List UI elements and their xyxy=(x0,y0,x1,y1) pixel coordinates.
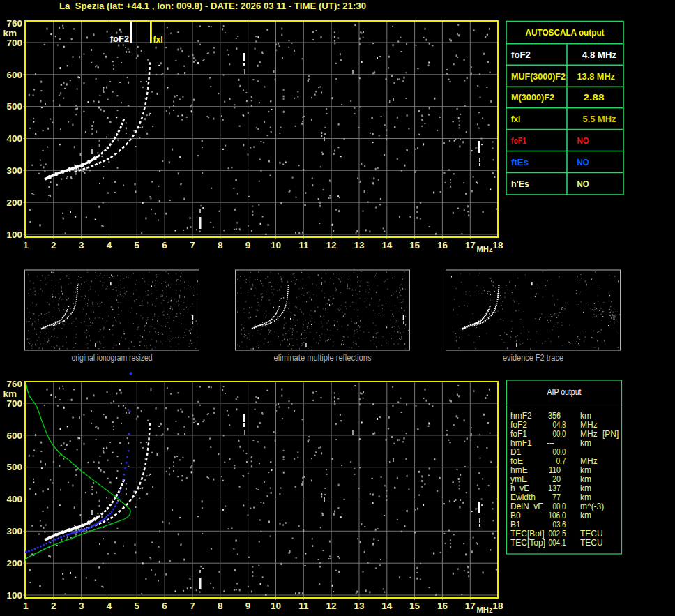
svg-text:1: 1 xyxy=(23,240,29,250)
svg-text:10: 10 xyxy=(271,240,281,250)
svg-text:3: 3 xyxy=(79,240,84,250)
svg-text:fxl: fxl xyxy=(511,114,520,124)
svg-text:foF1: foF1 xyxy=(510,429,527,439)
svg-text:h_vE: h_vE xyxy=(510,483,529,493)
svg-text:15: 15 xyxy=(409,240,420,250)
svg-text:760: 760 xyxy=(6,379,22,389)
svg-text:MHz: MHz xyxy=(477,606,493,614)
svg-text:---: --- xyxy=(547,438,554,448)
svg-text:700: 700 xyxy=(6,398,22,409)
svg-text:600: 600 xyxy=(6,430,22,441)
svg-text:16: 16 xyxy=(437,240,448,250)
svg-text:km: km xyxy=(580,483,591,493)
svg-text:200: 200 xyxy=(6,197,22,208)
svg-text:00.0: 00.0 xyxy=(553,447,566,457)
svg-text:110: 110 xyxy=(549,465,561,475)
svg-text:evidence F2 trace: evidence F2 trace xyxy=(503,353,563,363)
svg-text:2: 2 xyxy=(51,601,56,611)
svg-text:eliminate multiple reflections: eliminate multiple reflections xyxy=(274,353,372,363)
svg-text:137: 137 xyxy=(548,483,561,493)
svg-text:03.6: 03.6 xyxy=(553,520,566,529)
svg-text:h'Es: h'Es xyxy=(511,179,529,189)
svg-text:14: 14 xyxy=(381,601,393,611)
svg-text:18: 18 xyxy=(493,601,504,611)
svg-text:11: 11 xyxy=(298,601,309,611)
svg-text:4.8 MHz: 4.8 MHz xyxy=(582,50,616,60)
svg-text:10: 10 xyxy=(271,601,281,611)
svg-text:AUTOSCALA output: AUTOSCALA output xyxy=(526,27,605,38)
svg-text:NO: NO xyxy=(577,179,589,189)
svg-text:14: 14 xyxy=(381,240,393,250)
svg-text:3: 3 xyxy=(79,601,84,611)
svg-text:original ionogram resized: original ionogram resized xyxy=(72,353,153,363)
svg-text:12: 12 xyxy=(326,240,337,250)
svg-text:600: 600 xyxy=(6,70,22,80)
svg-text:km: km xyxy=(580,438,591,448)
svg-text:km: km xyxy=(580,493,591,502)
svg-text:17: 17 xyxy=(465,601,476,611)
svg-text:0.7: 0.7 xyxy=(556,456,566,466)
svg-text:foE: foE xyxy=(510,456,523,466)
svg-text:MHz: MHz xyxy=(580,429,598,439)
svg-text:km: km xyxy=(580,465,591,475)
svg-text:TECU: TECU xyxy=(580,538,603,548)
svg-text:00.0: 00.0 xyxy=(553,502,566,511)
svg-text:700: 700 xyxy=(6,38,22,48)
svg-text:B1: B1 xyxy=(510,520,521,529)
svg-text:5: 5 xyxy=(135,601,140,611)
svg-text:04.8: 04.8 xyxy=(553,420,566,430)
svg-text:2.88: 2.88 xyxy=(584,92,605,103)
svg-text:9: 9 xyxy=(245,240,251,250)
svg-text:foF2: foF2 xyxy=(110,33,129,44)
svg-text:foF2: foF2 xyxy=(511,50,531,60)
svg-text:500: 500 xyxy=(6,101,22,112)
svg-text:MHz: MHz xyxy=(580,456,598,466)
svg-text:2: 2 xyxy=(51,240,56,250)
svg-text:16: 16 xyxy=(437,601,448,611)
svg-text:6: 6 xyxy=(162,240,167,250)
svg-text:foF1: foF1 xyxy=(511,135,526,146)
svg-text:4: 4 xyxy=(107,240,112,250)
svg-text:4: 4 xyxy=(107,601,112,611)
svg-text:00.0: 00.0 xyxy=(553,429,566,439)
svg-text:m^(-3): m^(-3) xyxy=(580,502,604,511)
svg-text:15: 15 xyxy=(409,601,420,611)
svg-text:004.1: 004.1 xyxy=(549,538,566,548)
svg-text:13: 13 xyxy=(354,240,365,250)
svg-text:foF2: foF2 xyxy=(510,420,527,430)
svg-text:8: 8 xyxy=(218,601,223,611)
svg-text:106.0: 106.0 xyxy=(549,511,566,520)
svg-text:1: 1 xyxy=(23,601,29,611)
svg-text:MHz: MHz xyxy=(477,245,493,253)
svg-text:13.8 MHz: 13.8 MHz xyxy=(577,71,616,82)
svg-text:17: 17 xyxy=(465,240,476,250)
svg-text:km: km xyxy=(3,28,17,38)
svg-text:M(3000)F2: M(3000)F2 xyxy=(511,92,554,103)
svg-text:8: 8 xyxy=(218,240,223,250)
svg-text:hmF1: hmF1 xyxy=(510,438,532,448)
svg-text:TEC[Bot]: TEC[Bot] xyxy=(510,529,545,539)
svg-text:356: 356 xyxy=(548,411,561,421)
svg-text:km: km xyxy=(580,411,591,421)
svg-text:AIP output: AIP output xyxy=(547,387,582,397)
svg-text:NO: NO xyxy=(577,135,589,146)
svg-text:7: 7 xyxy=(190,240,195,250)
svg-text:B0: B0 xyxy=(510,511,521,520)
svg-text:MHz: MHz xyxy=(580,420,598,430)
svg-text:18: 18 xyxy=(493,240,504,250)
svg-text:DelN_vE: DelN_vE xyxy=(510,502,543,511)
svg-text:300: 300 xyxy=(6,165,22,176)
svg-text:ftEs: ftEs xyxy=(511,157,529,167)
svg-text:fxl: fxl xyxy=(153,34,163,45)
svg-text:km: km xyxy=(580,474,591,484)
svg-text:100: 100 xyxy=(6,590,22,601)
svg-text:[PN]: [PN] xyxy=(602,429,619,439)
svg-text:002.5: 002.5 xyxy=(549,529,566,539)
svg-text:200: 200 xyxy=(6,558,22,569)
svg-text:11: 11 xyxy=(298,240,309,250)
svg-text:D1: D1 xyxy=(510,447,522,457)
svg-text:760: 760 xyxy=(6,18,22,29)
svg-text:TECU: TECU xyxy=(580,529,603,539)
svg-text:100: 100 xyxy=(6,230,22,240)
svg-text:hmF2: hmF2 xyxy=(510,411,532,421)
